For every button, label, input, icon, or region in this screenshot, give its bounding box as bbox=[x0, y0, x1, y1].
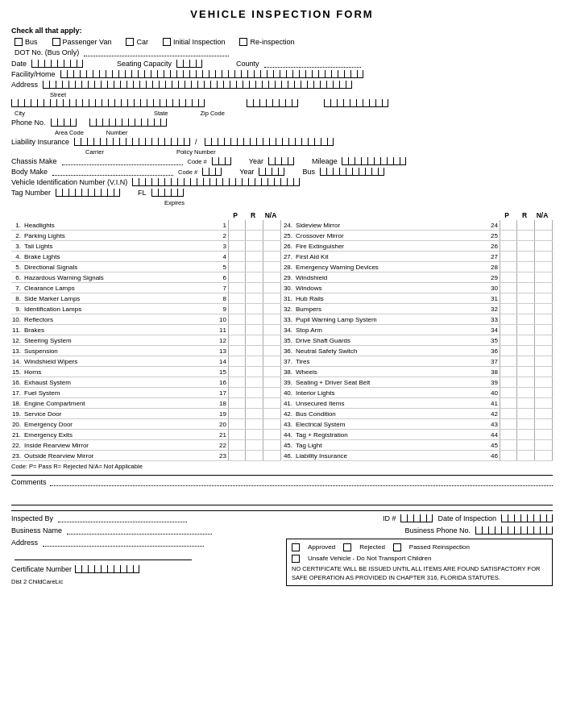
mileage-field[interactable] bbox=[342, 157, 406, 165]
address-bottom-field[interactable] bbox=[43, 539, 204, 547]
na-cell[interactable] bbox=[535, 419, 553, 429]
pass-cell[interactable] bbox=[228, 409, 246, 418]
na-cell[interactable] bbox=[535, 367, 553, 376]
na-cell[interactable] bbox=[263, 346, 281, 356]
na-cell[interactable] bbox=[263, 451, 281, 460]
reject-cell[interactable] bbox=[246, 304, 263, 314]
liability-carrier-field[interactable] bbox=[74, 138, 190, 146]
county-field[interactable] bbox=[264, 60, 361, 68]
reject-cell[interactable] bbox=[246, 451, 263, 460]
reject-cell[interactable] bbox=[246, 231, 263, 240]
pass-cell[interactable] bbox=[500, 283, 517, 293]
pass-cell[interactable] bbox=[228, 304, 246, 314]
year-field-1[interactable] bbox=[268, 157, 294, 165]
city-field[interactable] bbox=[11, 99, 205, 107]
pass-cell[interactable] bbox=[228, 283, 246, 293]
na-cell[interactable] bbox=[535, 293, 553, 303]
reject-cell[interactable] bbox=[517, 252, 535, 261]
policy-number-field[interactable] bbox=[205, 138, 334, 146]
na-cell[interactable] bbox=[263, 293, 281, 303]
na-cell[interactable] bbox=[263, 252, 281, 261]
car-checkbox[interactable] bbox=[126, 38, 134, 46]
na-cell[interactable] bbox=[535, 325, 553, 335]
pass-cell[interactable] bbox=[500, 398, 517, 408]
reject-cell[interactable] bbox=[246, 430, 263, 439]
na-cell[interactable] bbox=[263, 314, 281, 324]
reject-cell[interactable] bbox=[246, 325, 263, 335]
pass-cell[interactable] bbox=[500, 325, 517, 335]
id-field[interactable] bbox=[400, 514, 433, 522]
reject-cell[interactable] bbox=[517, 325, 535, 335]
year-field-2[interactable] bbox=[259, 168, 284, 176]
reject-cell[interactable] bbox=[517, 430, 535, 439]
na-cell[interactable] bbox=[263, 325, 281, 335]
area-code-field[interactable] bbox=[51, 119, 77, 127]
na-cell[interactable] bbox=[535, 252, 553, 261]
reject-cell[interactable] bbox=[517, 335, 535, 345]
passed-reinspection-checkbox[interactable] bbox=[393, 543, 401, 551]
reject-cell[interactable] bbox=[517, 409, 535, 418]
pass-cell[interactable] bbox=[500, 377, 517, 387]
pass-cell[interactable] bbox=[228, 335, 246, 345]
pass-cell[interactable] bbox=[500, 419, 517, 429]
na-cell[interactable] bbox=[263, 356, 281, 366]
cert-field[interactable] bbox=[75, 565, 139, 573]
na-cell[interactable] bbox=[535, 272, 553, 282]
pass-cell[interactable] bbox=[228, 451, 246, 460]
na-cell[interactable] bbox=[535, 304, 553, 314]
reject-cell[interactable] bbox=[517, 346, 535, 356]
pass-cell[interactable] bbox=[500, 440, 517, 450]
pass-cell[interactable] bbox=[228, 377, 246, 387]
na-cell[interactable] bbox=[535, 440, 553, 450]
reject-cell[interactable] bbox=[517, 220, 535, 230]
na-cell[interactable] bbox=[535, 388, 553, 397]
pass-cell[interactable] bbox=[228, 388, 246, 397]
na-cell[interactable] bbox=[535, 356, 553, 366]
zip-field[interactable] bbox=[324, 99, 388, 107]
pass-cell[interactable] bbox=[228, 430, 246, 439]
date-field[interactable] bbox=[31, 60, 83, 68]
chassis-field[interactable] bbox=[62, 157, 183, 165]
reject-cell[interactable] bbox=[246, 335, 263, 345]
reinspection-checkbox[interactable] bbox=[239, 38, 247, 46]
pass-cell[interactable] bbox=[228, 398, 246, 408]
na-cell[interactable] bbox=[535, 241, 553, 251]
fl-field[interactable] bbox=[151, 189, 184, 197]
reject-cell[interactable] bbox=[246, 252, 263, 261]
tag-field[interactable] bbox=[56, 189, 120, 197]
reject-cell[interactable] bbox=[517, 440, 535, 450]
pass-cell[interactable] bbox=[228, 220, 246, 230]
pass-cell[interactable] bbox=[500, 241, 517, 251]
address-line2[interactable] bbox=[15, 551, 192, 560]
na-cell[interactable] bbox=[535, 377, 553, 387]
vin-field[interactable] bbox=[132, 178, 300, 186]
reject-cell[interactable] bbox=[517, 293, 535, 303]
pass-cell[interactable] bbox=[500, 367, 517, 376]
pass-cell[interactable] bbox=[500, 335, 517, 345]
pass-cell[interactable] bbox=[228, 367, 246, 376]
na-cell[interactable] bbox=[263, 377, 281, 387]
bus-checkbox[interactable] bbox=[15, 38, 23, 46]
reject-cell[interactable] bbox=[246, 367, 263, 376]
pass-cell[interactable] bbox=[228, 314, 246, 324]
na-cell[interactable] bbox=[535, 231, 553, 240]
na-cell[interactable] bbox=[263, 409, 281, 418]
pass-cell[interactable] bbox=[500, 346, 517, 356]
body-make-field[interactable] bbox=[52, 168, 173, 176]
reject-cell[interactable] bbox=[517, 304, 535, 314]
reject-cell[interactable] bbox=[246, 293, 263, 303]
pass-cell[interactable] bbox=[228, 346, 246, 356]
reject-cell[interactable] bbox=[517, 231, 535, 240]
phone-number-field[interactable] bbox=[89, 119, 167, 127]
code-field-1[interactable] bbox=[212, 157, 231, 165]
na-cell[interactable] bbox=[263, 231, 281, 240]
pass-cell[interactable] bbox=[228, 241, 246, 251]
na-cell[interactable] bbox=[263, 335, 281, 345]
na-cell[interactable] bbox=[535, 283, 553, 293]
reject-cell[interactable] bbox=[246, 419, 263, 429]
comments-field[interactable] bbox=[50, 478, 553, 486]
reject-cell[interactable] bbox=[246, 346, 263, 356]
na-cell[interactable] bbox=[263, 241, 281, 251]
pass-cell[interactable] bbox=[228, 252, 246, 261]
na-cell[interactable] bbox=[263, 388, 281, 397]
